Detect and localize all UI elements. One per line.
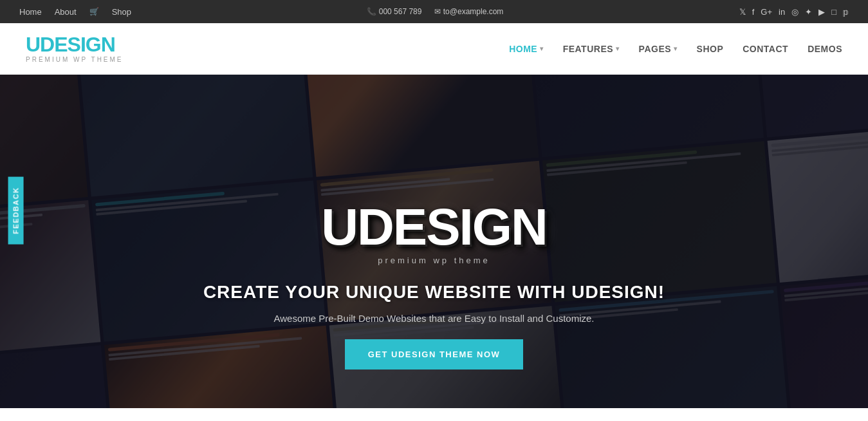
nav-shop[interactable]: SHOP [697,44,724,54]
topbar-home-link[interactable]: Home [19,7,42,17]
logo-tagline: PREMIUM WP THEME [26,56,124,63]
email-address: to@example.com [434,7,503,16]
chevron-down-icon: ▾ [674,45,678,52]
main-nav: HOME ▾ FEATURES ▾ PAGES ▾ SHOP CONTACT D… [509,44,842,54]
pinterest-icon[interactable]: 𝕡 [843,7,849,17]
facebook-icon[interactable]: f [752,7,755,17]
hero-cta-button[interactable]: GET UDESIGN THEME NOW [345,339,524,370]
nav-features[interactable]: FEATURES ▾ [563,44,620,54]
vimeo-icon[interactable]: □ [831,7,836,17]
top-bar: Home About 🛒 Shop 000 567 789 to@example… [0,0,868,23]
yelp-icon[interactable]: ✦ [805,7,812,17]
topbar-about-link[interactable]: About [55,7,77,17]
site-logo[interactable]: UDESIGN PREMIUM WP THEME [26,34,124,63]
top-bar-nav: Home About 🛒 Shop [19,7,131,17]
nav-contact[interactable]: CONTACT [743,44,788,54]
topbar-shop-link[interactable]: Shop [112,7,131,17]
hero-subheadline: Awesome Pre-Built Demo Websites that are… [274,313,595,324]
twitter-icon[interactable]: 𝕏 [739,7,746,17]
chevron-down-icon: ▾ [540,45,544,52]
hero-content: UDESIGN premium wp theme CREATE YOUR UNI… [203,201,665,370]
hero-logo-sub: premium wp theme [378,256,490,265]
instagram-icon[interactable]: ◎ [791,7,799,17]
cart-icon: 🛒 [89,7,99,17]
hero-headline: CREATE YOUR UNIQUE WEBSITE WITH UDESIGN! [203,282,665,303]
phone-number: 000 567 789 [367,7,421,16]
nav-demos[interactable]: DEMOS [808,44,842,54]
social-icons: 𝕏 f G+ in ◎ ✦ ▶ □ 𝕡 [739,7,849,17]
logo-text: UDESIGN [26,34,124,55]
hero-logo-text: UDESIGN [321,201,547,253]
top-bar-contact: 000 567 789 to@example.com [367,7,503,16]
logo-design: DESIGN [40,33,115,56]
feedback-tab[interactable]: feedback [8,176,24,244]
nav-home[interactable]: HOME ▾ [509,44,544,54]
youtube-icon[interactable]: ▶ [818,7,825,17]
logo-u: U [26,33,40,56]
hero-logo: UDESIGN premium wp theme [321,201,547,265]
chevron-down-icon: ▾ [616,45,620,52]
linkedin-icon[interactable]: in [779,7,785,17]
site-header: UDESIGN PREMIUM WP THEME HOME ▾ FEATURES… [0,23,868,75]
nav-pages[interactable]: PAGES ▾ [639,44,678,54]
hero-section: UDESIGN premium wp theme CREATE YOUR UNI… [0,75,868,408]
googleplus-icon[interactable]: G+ [761,7,772,17]
